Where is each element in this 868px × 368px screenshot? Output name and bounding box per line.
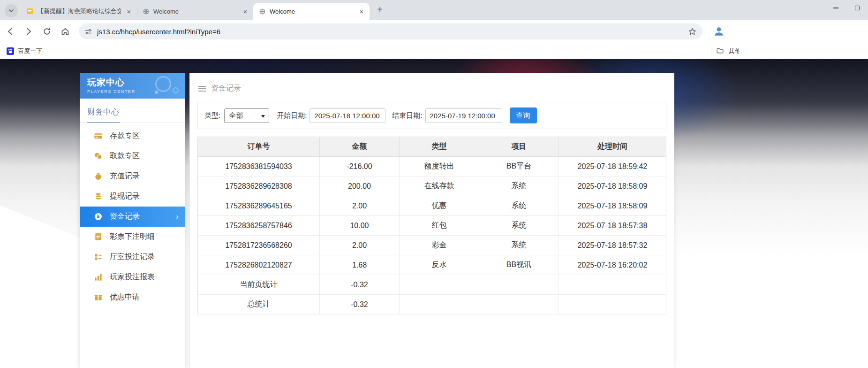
project: 系统 (479, 216, 559, 236)
table-row: 1752826802120827 1.68 反水 BB视讯 2025-07-18… (198, 255, 666, 275)
minimize-button[interactable] (825, 0, 846, 16)
player-center-sidebar: 玩家中心 PLAYERS CENTER 财务中心 存款专区 取款专区 充值 (80, 73, 185, 368)
tab-forum[interactable]: 【新提醒】海燕策略论坛综合交 × (21, 3, 137, 20)
browser-toolbar: js13.cc/hhcp/usercenter.html?iniType=6 (0, 20, 868, 43)
forum-favicon-icon (26, 8, 34, 15)
hamburger-icon (198, 88, 206, 89)
bank-card-icon (94, 131, 103, 140)
web-page: 玩家中心 PLAYERS CENTER 财务中心 存款专区 取款专区 充值 (0, 59, 868, 368)
table-row: 1752836289645165 2.00 优惠 系统 2025-07-18 1… (198, 196, 666, 216)
profile-avatar[interactable] (712, 24, 726, 38)
document-icon (94, 232, 103, 241)
table-row: 1752836381594033 -216.00 额度转出 BB平台 2025-… (198, 157, 666, 176)
sidebar-item-label: 充值记录 (110, 171, 140, 181)
home-button[interactable] (57, 23, 73, 39)
table-row-page-summary: 当前页统计 -0.32 (198, 275, 666, 295)
star-icon (688, 27, 697, 36)
tab-welcome-1[interactable]: Welcome × (137, 3, 253, 20)
time: 2025-07-18 18:57:38 (559, 216, 666, 236)
time: 2025-07-18 18:57:32 (559, 236, 666, 255)
new-tab-button[interactable]: + (373, 3, 386, 16)
back-arrow-icon (6, 27, 15, 36)
sidebar-item-hall-bet-record[interactable]: 厅室投注记录 (80, 247, 185, 267)
address-bar[interactable]: js13.cc/hhcp/usercenter.html?iniType=6 (79, 23, 702, 39)
chevron-down-icon (261, 115, 265, 120)
amount: 2.00 (320, 196, 400, 216)
tab-close-icon[interactable]: × (357, 7, 366, 15)
bookmarks-bar: 百度一下 其他收藏夹 (0, 43, 868, 59)
project: BB视讯 (479, 255, 559, 275)
amount: 10.00 (320, 216, 400, 236)
sidebar-item-label: 玩家投注报表 (110, 272, 155, 282)
tab-close-icon[interactable]: × (125, 7, 133, 15)
sidebar-item-label: 存款专区 (110, 131, 140, 141)
time: 2025-07-18 16:20:02 (559, 255, 666, 275)
person-icon (713, 25, 725, 38)
maximize-button[interactable] (846, 0, 868, 16)
menu-toggle[interactable] (198, 86, 206, 92)
coins-icon (94, 152, 103, 161)
sidebar-item-promo-apply[interactable]: 优惠申请 (80, 287, 185, 307)
sidebar-item-deposit[interactable]: 存款专区 (80, 126, 185, 146)
back-button[interactable] (2, 23, 18, 39)
column-header: 金额 (320, 137, 400, 157)
favorites-folder[interactable]: 其他收藏夹 (711, 43, 739, 59)
finance-center-section-title: 财务中心 (80, 99, 185, 123)
type (400, 275, 479, 295)
tab-title: Welcome (153, 8, 237, 15)
project (479, 295, 559, 314)
page-title: 资金记录 (211, 84, 241, 93)
decorative-bubble (155, 91, 158, 94)
amount: 200.00 (320, 176, 400, 196)
sidebar-item-lottery-bet-detail[interactable]: 彩票下注明细 (80, 227, 185, 247)
order-no: 1752826802120827 (198, 255, 320, 275)
summary-label: 总统计 (198, 295, 320, 314)
sidebar-item-label: 资金记录 (110, 212, 140, 222)
tab-search-button[interactable] (5, 4, 18, 17)
type: 反水 (400, 255, 479, 275)
browser-window: 【新提醒】海燕策略论坛综合交 × Welcome × Welcome × + (0, 0, 868, 368)
type-select[interactable]: 全部 (224, 108, 269, 123)
tab-close-icon[interactable]: × (241, 7, 249, 15)
grid-list-icon (94, 253, 103, 261)
column-header: 订单号 (198, 137, 320, 157)
summary-label: 当前页统计 (198, 275, 320, 295)
decorative-bubble (173, 87, 179, 93)
type: 优惠 (400, 196, 479, 216)
sidebar-item-player-bet-report[interactable]: 玩家投注报表 (80, 267, 185, 287)
project (479, 275, 559, 295)
divider (711, 47, 711, 55)
tab-welcome-2-active[interactable]: Welcome × (253, 3, 370, 20)
url-text[interactable]: js13.cc/hhcp/usercenter.html?iniType=6 (97, 28, 688, 36)
decorative-bubble (155, 76, 171, 92)
type (400, 295, 479, 314)
funds-record-panel: 资金记录 类型: 全部 开始日期: 结束日期: 查询 订单号 金额 类型 (189, 73, 674, 368)
globe-favicon-icon (259, 8, 266, 15)
sidebar-item-recharge-history[interactable]: 充值记录 (80, 166, 185, 186)
bookmark-star-button[interactable] (688, 27, 697, 36)
refresh-button[interactable] (39, 23, 55, 39)
project: BB平台 (479, 157, 559, 176)
column-header: 类型 (400, 137, 479, 157)
tab-strip: 【新提醒】海燕策略论坛综合交 × Welcome × Welcome × + (0, 0, 868, 20)
gift-icon (94, 293, 103, 302)
type: 额度转出 (400, 157, 479, 176)
order-no: 1752817236568260 (198, 236, 320, 255)
bookmark-baidu[interactable]: 百度一下 (7, 47, 42, 55)
sidebar-menu: 存款专区 取款专区 充值记录 提现记录 ¥ 资金记录 › (80, 123, 185, 307)
amount: 1.68 (320, 255, 400, 275)
sidebar-item-cashout-history[interactable]: 提现记录 (80, 186, 185, 207)
end-date-input[interactable] (425, 108, 501, 123)
sidebar-item-withdraw[interactable]: 取款专区 (80, 146, 185, 166)
page-title-bar: 资金记录 (190, 73, 674, 100)
start-date-input[interactable] (309, 108, 385, 123)
sidebar-item-funds-record[interactable]: ¥ 资金记录 › (80, 207, 185, 227)
column-header: 处理时间 (559, 137, 666, 157)
query-button[interactable]: 查询 (510, 107, 537, 123)
sidebar-item-label: 厅室投注记录 (110, 252, 155, 262)
time: 2025-07-18 18:59:42 (559, 157, 666, 176)
column-header: 项目 (479, 137, 559, 157)
forward-button[interactable] (21, 23, 37, 39)
sidebar-subtitle: PLAYERS CENTER (87, 89, 185, 94)
amount: -216.00 (320, 157, 400, 176)
